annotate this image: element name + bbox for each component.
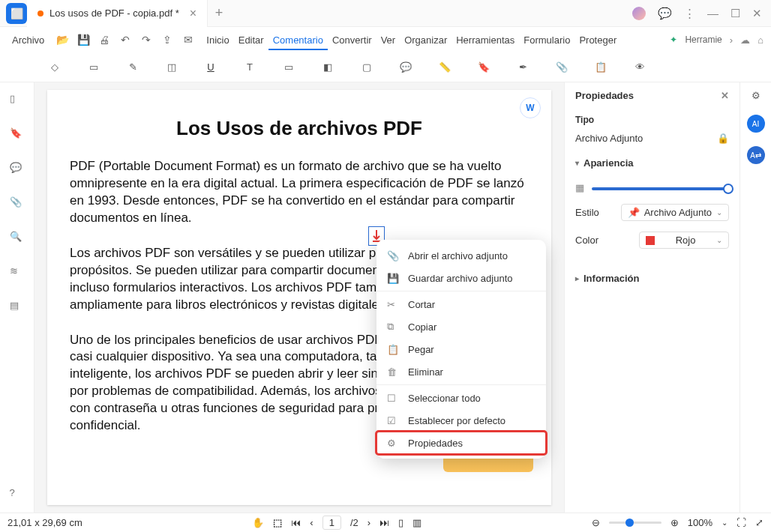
share-icon[interactable]: ⇪: [160, 32, 175, 47]
menu-convertir[interactable]: Convertir: [328, 31, 376, 49]
style-select[interactable]: 📌 Archivo Adjunto ⌄: [621, 204, 729, 221]
comments-icon[interactable]: 💬: [10, 162, 25, 177]
lock-icon[interactable]: 🔒: [717, 133, 729, 144]
menu-proteger[interactable]: Proteger: [574, 31, 621, 49]
translate-icon[interactable]: A⇄: [747, 146, 765, 164]
open-icon[interactable]: 📂: [55, 32, 70, 47]
bookmark-icon[interactable]: 🔖: [10, 127, 25, 142]
left-sidebar: ▯ 🔖 💬 📎 🔍 ≋ ▤ ?: [0, 82, 34, 513]
page-input[interactable]: 1: [322, 516, 341, 530]
attach-icon[interactable]: 📎: [554, 59, 570, 76]
last-page-icon[interactable]: ⏭: [380, 517, 389, 528]
next-page-icon[interactable]: ›: [368, 517, 370, 528]
file-menu[interactable]: Archivo: [8, 31, 49, 49]
opacity-icon: ▦: [575, 182, 584, 193]
measure-icon[interactable]: 📏: [436, 59, 453, 76]
menu-inicio[interactable]: Inicio: [202, 31, 233, 49]
menu-ver[interactable]: Ver: [376, 31, 400, 49]
fit-width-icon[interactable]: ⛶: [736, 517, 746, 528]
chevron-down-icon: ⌄: [716, 208, 722, 217]
maximize-icon[interactable]: ☐: [730, 7, 740, 20]
avatar-icon[interactable]: [632, 7, 646, 20]
prev-page-icon[interactable]: ‹: [310, 517, 313, 528]
ctx-copiar[interactable]: ⧉Copiar: [376, 315, 546, 338]
ctx-guardar-archivo-adjunto[interactable]: 💾Guardar archivo adjunto: [376, 267, 546, 289]
zoom-out-icon[interactable]: ⊖: [592, 517, 600, 528]
ctx-icon: 🗑: [387, 366, 399, 378]
word-badge-icon[interactable]: W: [520, 97, 541, 118]
eye-icon[interactable]: 👁: [632, 59, 648, 76]
highlight-icon[interactable]: ◇: [46, 59, 63, 76]
context-menu: 📎Abrir el archivo adjunto💾Guardar archiv…: [376, 240, 546, 459]
stamp-icon[interactable]: 🔖: [476, 59, 492, 76]
kebab-icon[interactable]: ⋮: [684, 7, 695, 20]
note-icon[interactable]: ▢: [358, 59, 375, 76]
ai-icon[interactable]: AI: [747, 115, 765, 133]
ctx-pegar[interactable]: 📋Pegar: [376, 338, 546, 360]
layers-icon[interactable]: ≋: [10, 265, 25, 280]
comment-toolbar: ◇ ▭ ✎ ◫ U T ▭ ◧ ▢ 💬 📏 🔖 ✒ 📎 📋 👁: [0, 52, 771, 82]
help-icon[interactable]: ?: [10, 487, 25, 502]
single-page-icon[interactable]: ▯: [398, 517, 404, 528]
menu-editar[interactable]: Editar: [234, 31, 268, 49]
eraser-icon[interactable]: ◫: [164, 59, 180, 76]
fullscreen-icon[interactable]: ⤢: [755, 517, 764, 528]
clipboard-icon[interactable]: 📋: [592, 59, 609, 76]
pencil-icon[interactable]: ✎: [124, 59, 141, 76]
ctx-label: Eliminar: [408, 366, 443, 378]
titlebar: ⬜ Los usos de PDF - copia.pdf * × + 💬 ⋮ …: [0, 0, 771, 27]
page-total: /2: [350, 517, 358, 528]
minimize-icon[interactable]: —: [707, 7, 718, 19]
ctx-propiedades[interactable]: ⚙Propiedades: [376, 432, 546, 454]
close-window-icon[interactable]: ✕: [752, 7, 762, 20]
chat-icon[interactable]: 💬: [658, 7, 672, 20]
print-icon[interactable]: 🖨: [97, 32, 112, 47]
zoom-slider[interactable]: [609, 522, 662, 524]
sliders-icon[interactable]: ⚙: [752, 90, 760, 101]
comment-icon[interactable]: 💬: [398, 59, 414, 76]
ctx-eliminar[interactable]: 🗑Eliminar: [376, 360, 546, 383]
fields-icon[interactable]: ▤: [10, 300, 25, 315]
ctx-establecer-por-defecto[interactable]: ☑Establecer por defecto: [376, 409, 546, 432]
hand-tool-icon[interactable]: ✋: [252, 517, 264, 528]
document-tab[interactable]: Los usos de PDF - copia.pdf * ×: [27, 0, 208, 27]
undo-icon[interactable]: ↶: [118, 32, 133, 47]
ctx-seleccionar-todo[interactable]: ☐Seleccionar todo: [376, 387, 546, 409]
text-icon[interactable]: T: [242, 59, 258, 76]
home-icon[interactable]: ⌂: [758, 34, 764, 46]
information-section[interactable]: ▸ Información: [565, 265, 740, 291]
chevron-right-icon[interactable]: ›: [730, 34, 733, 46]
signature-icon[interactable]: ✒: [514, 59, 531, 76]
attachments-icon[interactable]: 📎: [10, 196, 25, 211]
zoom-in-icon[interactable]: ⊕: [670, 517, 679, 528]
thumbnails-icon[interactable]: ▯: [10, 93, 25, 108]
menu-comentario[interactable]: Comentario: [268, 31, 328, 50]
opacity-slider[interactable]: [592, 187, 729, 190]
save-icon[interactable]: 💾: [76, 32, 91, 47]
select-tool-icon[interactable]: ⬚: [273, 517, 282, 528]
right-rail: ⚙ AI A⇄: [740, 82, 771, 513]
first-page-icon[interactable]: ⏮: [291, 517, 301, 528]
area-highlight-icon[interactable]: ▭: [86, 59, 102, 76]
close-tab-icon[interactable]: ×: [190, 7, 196, 20]
appearance-section[interactable]: ▾ Apariencia: [565, 150, 740, 176]
search-icon[interactable]: 🔍: [10, 231, 25, 246]
callout-icon[interactable]: ◧: [320, 59, 336, 76]
close-panel-icon[interactable]: ✕: [721, 90, 729, 101]
add-tab-button[interactable]: +: [208, 5, 230, 21]
ctx-label: Pegar: [408, 344, 434, 355]
underline-icon[interactable]: U: [202, 59, 219, 76]
redo-icon[interactable]: ↷: [139, 32, 154, 47]
textbox-icon[interactable]: ▭: [280, 59, 297, 76]
chevron-down-icon[interactable]: ⌄: [722, 519, 728, 527]
ctx-icon: 📋: [387, 344, 399, 355]
cloud-icon[interactable]: ☁: [740, 34, 750, 46]
continuous-icon[interactable]: ▥: [412, 517, 422, 528]
menu-organizar[interactable]: Organizar: [400, 31, 452, 49]
mail-icon[interactable]: ✉: [181, 32, 196, 47]
color-select[interactable]: Rojo ⌄: [639, 232, 729, 249]
ctx-abrir-el-archivo-adjunto[interactable]: 📎Abrir el archivo adjunto: [376, 244, 546, 267]
menu-herramientas[interactable]: Herramientas: [452, 31, 519, 49]
ctx-cortar[interactable]: ✂Cortar: [376, 293, 546, 315]
menu-formulario[interactable]: Formulario: [519, 31, 574, 49]
